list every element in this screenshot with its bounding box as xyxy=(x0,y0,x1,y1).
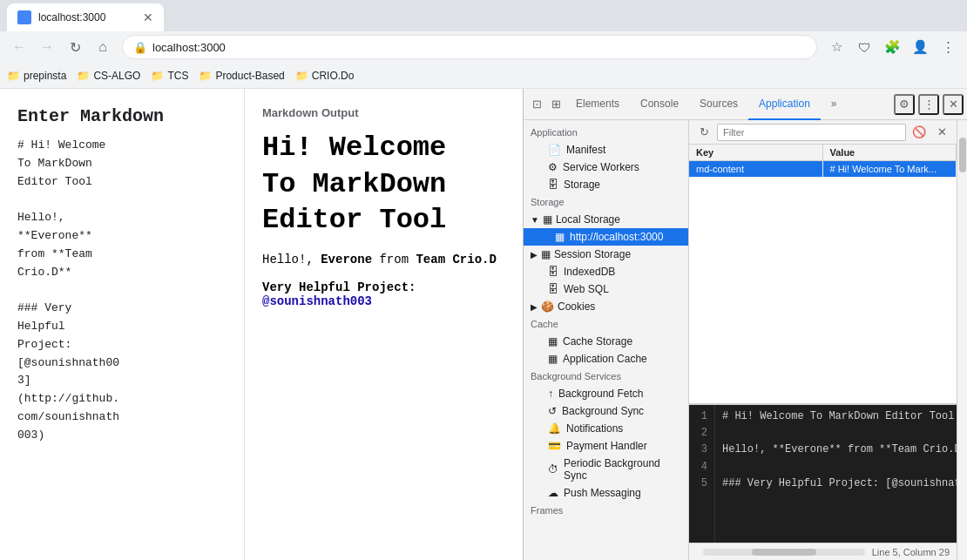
scroll-thumb[interactable] xyxy=(959,138,966,172)
filter-input[interactable] xyxy=(717,124,906,141)
periodic-sync-icon: ⏱ xyxy=(548,463,558,476)
devtools-panel2-icon[interactable]: ⊞ xyxy=(546,95,565,114)
back-button[interactable]: ← xyxy=(7,35,31,59)
tab-bar: localhost:3000 ✕ xyxy=(0,0,967,31)
output-project-label: Very Helpful Project: xyxy=(262,280,416,294)
sidebar-expand-local-storage[interactable]: ▼ ▦ Local Storage xyxy=(524,211,688,228)
code-content[interactable]: # Hi! Welcome To MarkDown Editor Tool He… xyxy=(715,405,957,543)
sidebar-item-notifications[interactable]: 🔔 Notifications xyxy=(524,420,688,437)
sidebar-item-localhost[interactable]: ▦ http://localhost:3000 xyxy=(524,228,688,246)
sidebar-item-service-workers[interactable]: ⚙ Service Workers xyxy=(524,159,688,176)
sidebar-item-bg-sync[interactable]: ↺ Background Sync xyxy=(524,402,688,420)
table-row[interactable]: md-content # Hi! Welcome To Mark... xyxy=(689,161,957,178)
sidebar-expand-session-storage[interactable]: ▶ ▦ Session Storage xyxy=(524,246,688,263)
sidebar-item-push-messaging[interactable]: ☁ Push Messaging xyxy=(524,484,688,502)
shield-button[interactable]: 🛡 xyxy=(852,35,876,59)
sidebar-item-app-cache-label: Application Cache xyxy=(563,353,647,365)
scrollbar-thumb[interactable] xyxy=(752,549,816,556)
sidebar-item-payment-label: Payment Handler xyxy=(566,440,647,452)
devtools-status-bar: Line 5, Column 29 xyxy=(689,543,957,560)
output-body-text: Hello!, Everone from Team Crio.D xyxy=(262,253,505,267)
tab-sources[interactable]: Sources xyxy=(689,89,748,120)
tab-more[interactable]: » xyxy=(821,89,848,120)
bookmark-folder-icon: 📁 xyxy=(77,70,90,82)
devtools-settings-button[interactable]: ⚙ xyxy=(894,94,915,115)
line-numbers: 1 2 3 4 5 xyxy=(689,405,715,543)
address-bar[interactable]: 🔒 localhost:3000 xyxy=(122,35,817,59)
line-number: 4 xyxy=(696,459,707,476)
output-label: Markdown Output xyxy=(262,106,505,119)
block-button[interactable]: 🚫 xyxy=(910,123,929,142)
reload-button[interactable]: ↻ xyxy=(63,35,87,59)
scrollbar[interactable] xyxy=(703,549,865,556)
sidebar-item-localhost-label: http://localhost:3000 xyxy=(570,231,663,243)
websql-icon: 🗄 xyxy=(548,283,558,295)
sidebar-expand-cookies[interactable]: ▶ 🍪 Cookies xyxy=(524,298,688,315)
bookmark-prepinsta[interactable]: 📁 prepinsta xyxy=(7,70,66,82)
sidebar-item-push-label: Push Messaging xyxy=(564,487,641,499)
editor-line: **Everone** xyxy=(17,227,227,246)
home-button[interactable]: ⌂ xyxy=(91,35,115,59)
editor-line: Hello!, xyxy=(17,209,227,227)
bookmark-crio[interactable]: 📁 CRIO.Do xyxy=(295,70,355,82)
menu-button[interactable]: ⋮ xyxy=(936,35,960,59)
devtools-scrollbar[interactable] xyxy=(957,120,967,560)
bookmark-cs-algo[interactable]: 📁 CS-ALGO xyxy=(77,70,140,82)
line-number: 3 xyxy=(696,442,707,458)
expand-arrow-icon: ▼ xyxy=(531,215,539,225)
tab-elements[interactable]: Elements xyxy=(565,89,630,120)
sidebar-item-indexeddb-label: IndexedDB xyxy=(564,266,615,278)
value-header: Value xyxy=(823,145,957,160)
bookmark-label: Product-Based xyxy=(215,70,284,82)
cache-storage-icon: ▦ xyxy=(548,335,558,347)
star-button[interactable]: ☆ xyxy=(824,35,849,59)
devtools-panel-icon[interactable]: ⊡ xyxy=(527,95,546,114)
forward-button[interactable]: → xyxy=(35,35,59,59)
bookmark-label: TCS xyxy=(167,70,188,82)
bookmarks-bar: 📁 prepinsta 📁 CS-ALGO 📁 TCS 📁 Product-Ba… xyxy=(0,63,967,89)
bookmark-label: CRIO.Do xyxy=(312,70,355,82)
storage-icon: 🗄 xyxy=(548,179,558,191)
editor-content[interactable]: # Hi! Welcome To MarkDown Editor Tool He… xyxy=(17,137,227,445)
tab-close-button[interactable]: ✕ xyxy=(143,10,153,24)
sidebar-item-websql[interactable]: 🗄 Web SQL xyxy=(524,280,688,298)
devtools-tab-icons: ⚙ ⋮ ✕ xyxy=(894,94,964,115)
kv-value: # Hi! Welcome To Mark... xyxy=(823,161,957,177)
devtools-menu-button[interactable]: ⋮ xyxy=(918,94,939,115)
line-number: 1 xyxy=(696,408,707,425)
output-project-link[interactable]: @sounishnath003 xyxy=(262,294,372,308)
sidebar-item-manifest[interactable]: 📄 Manifest xyxy=(524,141,688,159)
output-heading: Hi! Welcome To MarkDown Editor Tool xyxy=(262,130,505,239)
active-tab[interactable]: localhost:3000 ✕ xyxy=(7,3,164,31)
sidebar-item-payment-handler[interactable]: 💳 Payment Handler xyxy=(524,437,688,455)
localhost-icon: ▦ xyxy=(555,231,565,243)
sidebar-item-storage[interactable]: 🗄 Storage xyxy=(524,176,688,193)
bookmark-tcs[interactable]: 📁 TCS xyxy=(151,70,188,82)
close-filter-button[interactable]: ✕ xyxy=(932,123,951,142)
sidebar-item-app-cache[interactable]: ▦ Application Cache xyxy=(524,350,688,368)
devtools-close-button[interactable]: ✕ xyxy=(943,94,964,115)
sidebar-item-cache-storage[interactable]: ▦ Cache Storage xyxy=(524,333,688,350)
sidebar-item-manifest-label: Manifest xyxy=(566,144,605,156)
output-project: Very Helpful Project: @sounishnath003 xyxy=(262,280,505,308)
bookmark-folder-icon: 📁 xyxy=(151,70,164,82)
bookmark-product-based[interactable]: 📁 Product-Based xyxy=(199,70,284,82)
bg-fetch-icon: ↑ xyxy=(548,388,553,400)
editor-line: Helpful xyxy=(17,318,227,336)
sidebar-item-periodic-bg-sync[interactable]: ⏱ Periodic Background Sync xyxy=(524,455,688,484)
extension-button[interactable]: 🧩 xyxy=(880,35,904,59)
editor-line: com/sounishnath xyxy=(17,408,227,427)
cookies-arrow-icon: ▶ xyxy=(531,302,538,312)
tab-console[interactable]: Console xyxy=(630,89,689,120)
tab-application[interactable]: Application xyxy=(748,89,821,120)
refresh-storage-button[interactable]: ↻ xyxy=(694,123,713,142)
sidebar-item-bg-fetch[interactable]: ↑ Background Fetch xyxy=(524,385,688,402)
editor-line: ### Very xyxy=(17,300,227,318)
editor-line: (http://github. xyxy=(17,390,227,408)
devtools-kv-toolbar: ↻ 🚫 ✕ xyxy=(689,120,957,145)
kv-table: Key Value md-content # Hi! Welcome To Ma… xyxy=(689,145,957,403)
profile-button[interactable]: 👤 xyxy=(908,35,932,59)
sidebar-item-indexeddb[interactable]: 🗄 IndexedDB xyxy=(524,263,688,280)
kv-key: md-content xyxy=(689,161,823,177)
sidebar-item-cookies-label: Cookies xyxy=(558,300,595,313)
